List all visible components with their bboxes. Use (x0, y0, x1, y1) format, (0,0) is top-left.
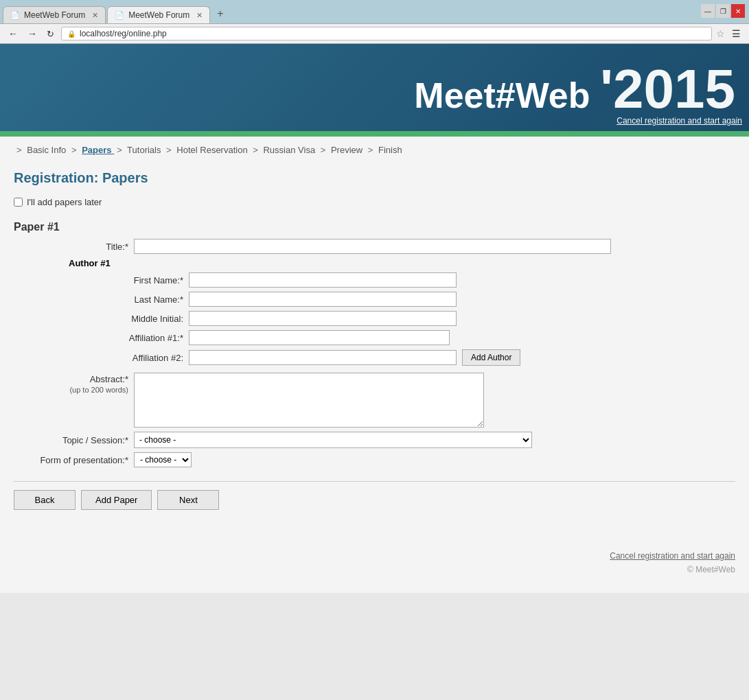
author-heading: Author #1 (69, 258, 735, 268)
presentation-label: Form of presentation: (14, 455, 134, 465)
forward-nav-button[interactable]: → (25, 27, 40, 40)
affil1-input[interactable] (189, 330, 450, 345)
paper-section: Paper #1 Title: Author #1 First Name: (14, 221, 735, 467)
green-bar (0, 131, 749, 137)
title-label: Title: (14, 242, 134, 252)
add-later-checkbox[interactable] (14, 198, 23, 207)
presentation-select[interactable]: - choose - (134, 452, 192, 467)
tab-2-close[interactable]: ✕ (196, 11, 203, 20)
site-year: '2015 (600, 58, 735, 119)
abstract-row: Abstract:* (up to 200 words) (14, 373, 735, 428)
topic-select[interactable]: - choose - (134, 432, 532, 448)
site-title: Meet#Web '2015 (414, 58, 735, 121)
abstract-label-group: Abstract:* (up to 200 words) (14, 373, 134, 395)
title-input[interactable] (134, 239, 611, 254)
tab-1-close[interactable]: ✕ (92, 11, 98, 20)
menu-button[interactable]: ☰ (729, 27, 744, 40)
breadcrumb-visa[interactable]: Russian Visa (263, 145, 317, 155)
breadcrumb-basic-info[interactable]: Basic Info (27, 145, 69, 155)
last-name-input[interactable] (189, 292, 457, 307)
lock-icon: 🔒 (67, 30, 76, 38)
affil2-input[interactable] (189, 350, 457, 365)
breadcrumb-hotel[interactable]: Hotel Reservation (176, 145, 250, 155)
breadcrumb-papers[interactable]: Papers (82, 145, 114, 155)
site-name: Meet#Web (414, 75, 590, 115)
tab-2-label: MeetWeb Forum (128, 10, 189, 20)
last-name-label: Last Name: (69, 294, 189, 305)
bookmark-icon[interactable]: ☆ (716, 28, 725, 39)
add-later-label: I'll add papers later (27, 197, 102, 207)
url-bar[interactable]: 🔒 localhost/reg/online.php (61, 27, 712, 40)
topic-label: Topic / Session: (14, 435, 134, 445)
page: Meet#Web '2015 Cancel registration and s… (0, 44, 749, 593)
add-author-button[interactable]: Add Author (462, 349, 520, 366)
abstract-required: * (125, 374, 128, 384)
add-paper-button[interactable]: Add Paper (81, 490, 152, 510)
breadcrumb-preview[interactable]: Preview (331, 145, 365, 155)
affil1-label: Affiliation #1: (69, 333, 189, 343)
first-name-input[interactable] (189, 272, 457, 288)
last-name-row: Last Name: (69, 292, 735, 307)
back-nav-button[interactable]: ← (5, 27, 21, 40)
tab-1-label: MeetWeb Forum (24, 10, 85, 20)
site-header: Meet#Web '2015 Cancel registration and s… (0, 44, 749, 131)
paper-heading: Paper #1 (14, 221, 735, 233)
back-button[interactable]: Back (14, 490, 76, 510)
tab-1-icon: 📄 (10, 11, 20, 20)
divider (14, 481, 735, 482)
page-title: Registration: Papers (14, 170, 735, 186)
maximize-button[interactable]: ❐ (716, 4, 730, 18)
footer-cancel-link[interactable]: Cancel registration and start again (14, 551, 735, 561)
topic-row: Topic / Session: - choose - (14, 432, 735, 448)
affil2-label: Affiliation #2: (69, 353, 189, 363)
minimize-button[interactable]: — (701, 4, 715, 18)
address-bar: ← → ↻ 🔒 localhost/reg/online.php ☆ ☰ (0, 23, 749, 43)
middle-initial-label: Middle Initial: (69, 314, 189, 324)
tab-1[interactable]: 📄 MeetWeb Forum ✕ (3, 6, 106, 23)
header-cancel-link[interactable]: Cancel registration and start again (617, 116, 742, 126)
new-tab-button[interactable]: + (211, 4, 229, 23)
abstract-label: Abstract: (90, 374, 125, 384)
tab-2[interactable]: 📄 MeetWeb Forum ✕ (107, 6, 210, 23)
middle-initial-input[interactable] (189, 311, 457, 326)
presentation-row: Form of presentation: - choose - (14, 452, 735, 467)
affil1-row: Affiliation #1: (69, 330, 735, 345)
page-footer: Cancel registration and start again © Me… (0, 537, 749, 588)
author-section: Author #1 First Name: Last Name: Middle … (69, 258, 735, 366)
next-button[interactable]: Next (157, 490, 219, 510)
tab-2-icon: 📄 (115, 11, 124, 20)
title-row: Title: (14, 239, 735, 254)
abstract-textarea[interactable] (134, 373, 484, 428)
affil2-row: Affiliation #2: Add Author (69, 349, 735, 366)
abstract-sublabel: (up to 200 words) (69, 386, 128, 394)
refresh-button[interactable]: ↻ (44, 27, 57, 40)
breadcrumb-tutorials[interactable]: Tutorials (127, 145, 163, 155)
add-later-row: I'll add papers later (14, 197, 735, 207)
url-text: localhost/reg/online.php (80, 29, 706, 38)
middle-initial-row: Middle Initial: (69, 311, 735, 326)
footer-copyright: © Meet#Web (687, 565, 735, 574)
close-button[interactable]: ✕ (731, 4, 745, 18)
first-name-label: First Name: (69, 275, 189, 285)
first-name-row: First Name: (69, 272, 735, 288)
breadcrumb: > Basic Info > Papers > Tutorials > Hote… (0, 137, 749, 163)
tab-bar: 📄 MeetWeb Forum ✕ 📄 MeetWeb Forum ✕ + (0, 0, 749, 23)
breadcrumb-finish[interactable]: Finish (378, 145, 402, 155)
main-content: Registration: Papers I'll add papers lat… (0, 163, 749, 537)
button-row: Back Add Paper Next (14, 490, 735, 510)
